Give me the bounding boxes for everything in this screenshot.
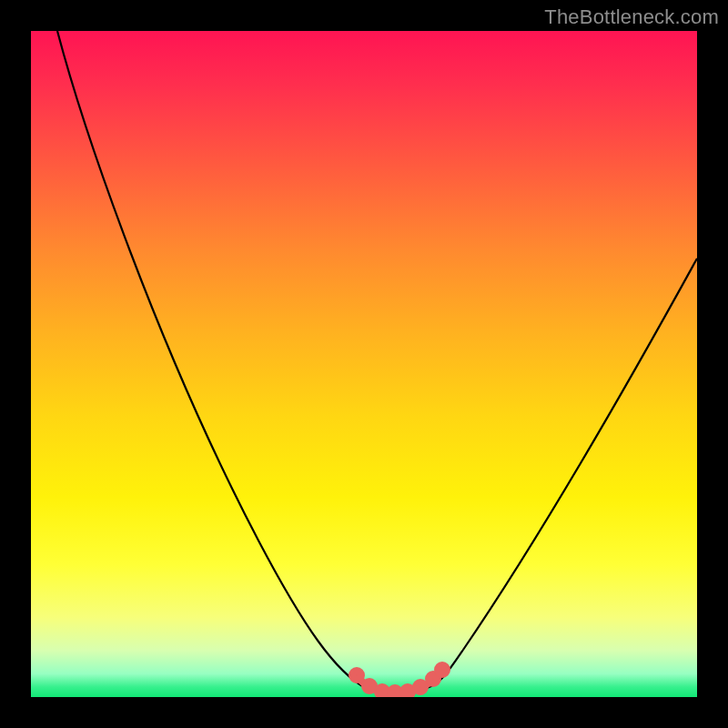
highlight-dot: [429, 674, 438, 683]
highlight-dot: [378, 687, 387, 696]
highlight-dot: [416, 682, 425, 692]
bottleneck-curve-path: [57, 31, 697, 694]
watermark-text: TheBottleneck.com: [544, 5, 719, 29]
chart-frame: TheBottleneck.com: [0, 0, 728, 728]
highlight-dot: [438, 665, 447, 674]
highlight-dot: [365, 682, 374, 691]
highlight-dot: [403, 687, 412, 696]
highlight-dot: [390, 688, 399, 697]
plot-area: [31, 31, 697, 697]
highlight-dot: [352, 671, 361, 680]
bottleneck-curve-svg: [31, 31, 697, 697]
bottom-highlight-group: [352, 665, 447, 697]
